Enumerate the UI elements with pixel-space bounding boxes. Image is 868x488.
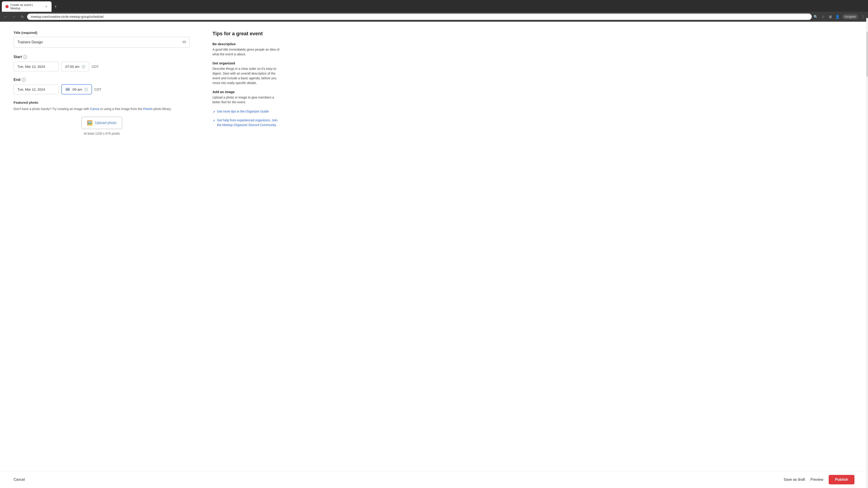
scrollbar-thumb[interactable] <box>866 32 868 77</box>
pexels-link[interactable]: Pexels <box>143 107 153 111</box>
profile-icon[interactable]: 👤 <box>835 14 840 19</box>
photo-hint: At least 1200 x 675 pixels <box>13 132 190 135</box>
browser-tab-bar: Create an event | Meetup ✕ + <box>0 0 868 12</box>
scrollbar[interactable] <box>866 18 868 488</box>
url-text: meetup.com/creative-circle-meetup-group/… <box>31 15 808 19</box>
new-tab-button[interactable]: + <box>53 3 59 10</box>
title-label: Title (required) <box>13 31 190 35</box>
discord-community-text: Get help from experienced organizers. Jo… <box>217 118 280 127</box>
end-time-rest: :00 am <box>72 88 82 91</box>
title-input-wrapper[interactable]: Trainers Design 65 <box>13 37 190 48</box>
start-info-icon[interactable]: i <box>23 55 27 59</box>
tip-organized-heading: Get organized <box>213 61 280 65</box>
back-button[interactable]: ← <box>3 13 9 20</box>
meetup-favicon <box>5 5 8 8</box>
forward-button[interactable]: → <box>11 13 17 20</box>
external-link-icon-1: ↗ <box>213 109 215 114</box>
start-label: Start i <box>13 55 190 59</box>
start-timezone: CDT <box>92 65 99 68</box>
start-time-field[interactable]: 07:00 am 🕐 <box>61 62 89 71</box>
start-time-text: 07:00 am <box>65 65 80 68</box>
upload-area: 🖼️ Upload photo At least 1200 x 675 pixe… <box>13 117 190 135</box>
active-tab[interactable]: Create an event | Meetup ✕ <box>2 1 52 12</box>
external-link-icon-2: ↗ <box>213 119 215 123</box>
cancel-button[interactable]: Cancel <box>13 478 25 482</box>
end-time-field[interactable]: 09 :00 am 🕐 <box>61 85 92 94</box>
end-info-icon[interactable]: i <box>22 78 26 82</box>
publish-button[interactable]: Publish <box>829 475 855 484</box>
end-time-hour: 09 <box>65 88 70 91</box>
tips-sidebar: Tips for a great event Be descriptive A … <box>204 22 289 488</box>
bookmark-icon[interactable]: ☆ <box>821 14 825 19</box>
end-clock-icon: 🕐 <box>84 88 88 91</box>
upload-photo-button[interactable]: 🖼️ Upload photo <box>81 117 122 129</box>
page-container: Title (required) Trainers Design 65 Star… <box>0 22 868 488</box>
tip-image-heading: Add an image <box>213 90 280 94</box>
footer-bar: Cancel Save as draft Preview Publish <box>0 471 868 488</box>
reload-button[interactable]: ↻ <box>19 13 25 20</box>
organizer-guide-text: Get more tips in the Organizer Guide <box>217 109 269 114</box>
tips-title: Tips for a great event <box>213 31 280 37</box>
menu-icon[interactable]: ⋮ <box>861 14 865 19</box>
preview-button[interactable]: Preview <box>810 478 823 482</box>
tip-image: Add an image Upload a photo or image to … <box>213 90 280 105</box>
end-timezone: CDT <box>94 88 101 91</box>
extensions-icon[interactable]: ⊞ <box>828 14 833 19</box>
tip-descriptive: Be descriptive A good title immediately … <box>213 42 280 57</box>
photo-label: Featured photo <box>13 101 190 104</box>
upload-icon: 🖼️ <box>87 120 93 126</box>
incognito-badge: Incognito <box>842 14 858 19</box>
photo-section: Featured photo Don't have a photo handy?… <box>13 101 190 135</box>
photo-description: Don't have a photo handy? Try creating a… <box>13 107 190 111</box>
discord-community-link[interactable]: ↗ Get help from experienced organizers. … <box>213 118 280 127</box>
tip-organized-text: Describe things in a clear order so it's… <box>213 66 280 86</box>
tip-image-text: Upload a photo or image to give members … <box>213 95 280 105</box>
start-date-field[interactable]: Tue, Mar 12, 2024 <box>13 62 59 71</box>
address-bar[interactable]: meetup.com/creative-circle-meetup-group/… <box>27 13 812 20</box>
start-section: Start i Tue, Mar 12, 2024 07:00 am 🕐 CDT <box>13 55 190 71</box>
title-section: Title (required) Trainers Design 65 <box>13 31 190 48</box>
organizer-guide-link[interactable]: ↗ Get more tips in the Organizer Guide <box>213 109 280 114</box>
tip-organized: Get organized Describe things in a clear… <box>213 61 280 86</box>
tab-close-button[interactable]: ✕ <box>44 5 48 8</box>
char-count: 65 <box>182 40 186 44</box>
address-bar-row: ← → ↻ meetup.com/creative-circle-meetup-… <box>0 12 868 22</box>
canva-link[interactable]: Canva <box>90 107 99 111</box>
end-date-field[interactable]: Tue, Mar 12, 2024 <box>13 85 59 94</box>
tip-descriptive-heading: Be descriptive <box>213 42 280 46</box>
end-datetime-row: Tue, Mar 12, 2024 09 :00 am 🕐 CDT <box>13 85 190 94</box>
tip-descriptive-text: A good title immediately gives people an… <box>213 47 280 57</box>
upload-btn-label: Upload photo <box>95 121 116 125</box>
browser-toolbar: 🔍 ☆ ⊞ 👤 Incognito ⋮ <box>813 14 865 19</box>
incognito-label: Incognito <box>845 15 856 18</box>
tab-title: Create an event | Meetup <box>10 3 42 10</box>
main-form: Title (required) Trainers Design 65 Star… <box>0 22 204 488</box>
footer-right: Save as draft Preview Publish <box>784 475 855 484</box>
search-icon[interactable]: 🔍 <box>813 14 818 19</box>
title-input-text: Trainers Design <box>18 40 43 44</box>
start-datetime-row: Tue, Mar 12, 2024 07:00 am 🕐 CDT <box>13 62 190 71</box>
end-label: End i <box>13 78 190 82</box>
clock-icon: 🕐 <box>81 65 85 68</box>
end-section: End i Tue, Mar 12, 2024 09 :00 am 🕐 CDT <box>13 78 190 94</box>
save-draft-button[interactable]: Save as draft <box>784 478 805 482</box>
